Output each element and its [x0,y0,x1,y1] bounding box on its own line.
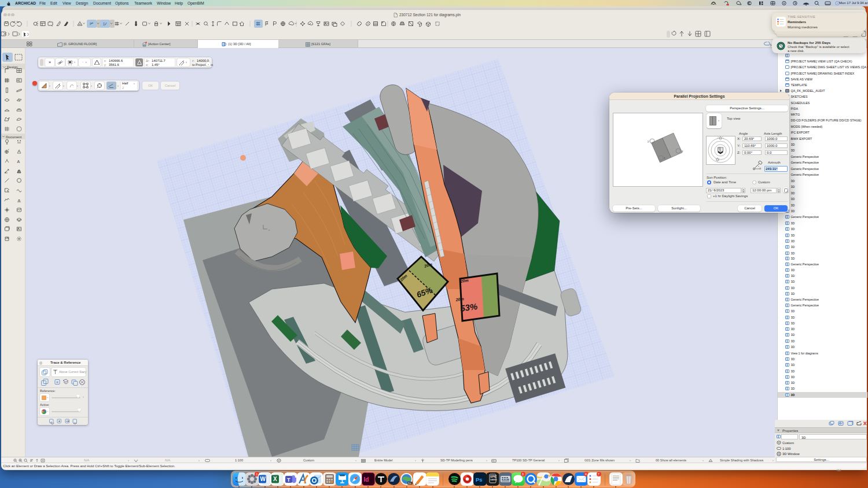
svg-text:GAMES: GAMES [490,479,497,481]
svg-text:T: T [287,477,290,483]
svg-text:α: α [760,167,762,170]
svg-text:x: x [269,228,270,231]
svg-text:y: y [648,139,649,143]
svg-text:Ps: Ps [476,476,483,483]
svg-text:x: x [682,149,683,153]
svg-text:A: A [17,160,20,164]
svg-text:EPIC: EPIC [490,475,496,478]
svg-text:W: W [260,476,266,482]
svg-text:Pro: Pro [408,482,411,485]
svg-text:X: X [273,476,277,482]
svg-text:A1: A1 [5,171,8,174]
svg-text:Id: Id [363,476,369,483]
svg-text:Document: Document [6,135,22,139]
